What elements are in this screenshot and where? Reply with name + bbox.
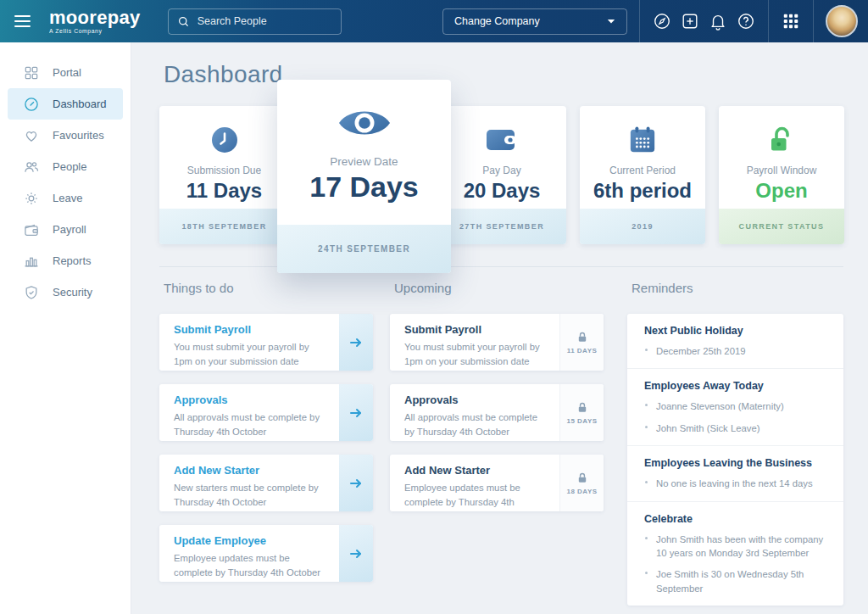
- upcoming-days-label: 18 DAYS: [566, 488, 597, 495]
- apps-grid-icon[interactable]: [781, 11, 801, 31]
- reminder-group-title: Next Public Holiday: [644, 325, 828, 337]
- stat-card-label: Preview Date: [330, 155, 398, 168]
- stat-card-preview-date[interactable]: Preview Date 17 Days 24TH SEPTEMBER: [277, 80, 451, 273]
- reminder-bullet: No one is leaving in the next 14 days: [644, 477, 828, 490]
- dashboard-gauge-icon: [23, 96, 40, 113]
- todo-item-title[interactable]: Submit Payroll: [174, 323, 327, 336]
- stat-card-value: 6th period: [593, 179, 692, 203]
- stat-card-current-period[interactable]: Current Period 6th period 2019: [580, 106, 705, 244]
- upcoming-item-desc: All approvals must be complete by Thursd…: [404, 410, 548, 439]
- sidebar: Portal Dashboard Favourites People Leave…: [0, 42, 131, 614]
- reminder-bullet: John Smith (Sick Leave): [644, 421, 828, 435]
- help-icon[interactable]: [736, 11, 756, 31]
- header-divider: [768, 0, 769, 42]
- add-icon[interactable]: [680, 11, 700, 31]
- todo-item-title[interactable]: Approvals: [174, 394, 327, 406]
- reminder-bullet: John Smith has been with the company 10 …: [644, 533, 828, 561]
- upcoming-days-label: 15 DAYS: [566, 417, 597, 425]
- bullet-dot-icon: [645, 426, 648, 428]
- brand-logo: moorepay A Zellis Company: [49, 8, 141, 35]
- upcoming-locked-strip: 11 DAYS: [559, 314, 604, 371]
- change-company-select[interactable]: Change Company: [442, 8, 627, 35]
- sidebar-item-label: Leave: [53, 192, 82, 204]
- reminder-bullet: Joanne Stevenson (Maternity): [644, 399, 828, 413]
- todo-arrow-button[interactable]: [339, 525, 373, 582]
- bullet-dot-icon: [645, 404, 648, 406]
- stat-card-footer: CURRENT STATUS: [719, 209, 844, 244]
- upcoming-item-title: Add New Starter: [404, 464, 548, 477]
- stat-card-submission-due[interactable]: Submission Due 11 Days 18TH SEPTEMBER: [159, 106, 289, 244]
- sidebar-item-label: Favourites: [53, 129, 104, 142]
- upcoming-item-add-new-starter: Add New Starter Employee updates must be…: [390, 455, 604, 511]
- change-company-label: Change Company: [454, 15, 540, 27]
- search-input[interactable]: [198, 15, 331, 27]
- sidebar-item-reports[interactable]: Reports: [8, 245, 123, 276]
- search-icon: [178, 15, 189, 28]
- arrow-right-icon: [349, 337, 363, 349]
- clock-icon: [210, 125, 239, 155]
- upcoming-item-submit-payroll: Submit Payroll You must submit your payr…: [390, 314, 604, 371]
- stat-card-pay-day[interactable]: Pay Day 20 Days 27TH SEPTEMBER: [437, 106, 566, 244]
- notifications-bell-icon[interactable]: [708, 11, 728, 31]
- todo-item-desc: You must submit your payroll by 1pm on y…: [174, 340, 327, 369]
- sidebar-item-label: People: [53, 160, 86, 173]
- todo-item-title[interactable]: Update Employee: [174, 534, 327, 547]
- sidebar-item-favourites[interactable]: Favourites: [8, 120, 123, 151]
- eye-icon: [337, 103, 392, 142]
- people-icon: [23, 159, 40, 176]
- todo-arrow-button[interactable]: [339, 314, 373, 371]
- arrow-right-icon: [349, 548, 363, 560]
- calendar-icon: [628, 125, 657, 155]
- upcoming-item-desc: Employee updates must be complete by Thu…: [404, 481, 548, 511]
- header-icon-group: [652, 11, 756, 31]
- logo-tagline: A Zellis Company: [49, 29, 141, 35]
- stat-card-footer: 2019: [580, 209, 705, 244]
- sidebar-item-label: Reports: [53, 254, 92, 267]
- logo-wordmark: moorepay: [49, 8, 141, 27]
- header-divider: [639, 0, 640, 42]
- reminders-card: Next Public Holiday December 25th 2019 E…: [627, 314, 843, 606]
- reminder-bullet: Joe Smith is 30 on Wednesday 5th Septemb…: [644, 567, 828, 595]
- shield-check-icon: [23, 284, 40, 301]
- todo-item-update-employee[interactable]: Update Employee Employee updates must be…: [159, 525, 373, 582]
- todo-item-desc: Employee updates must be complete by Thu…: [174, 551, 327, 580]
- section-divider: [159, 266, 843, 267]
- sidebar-item-dashboard[interactable]: Dashboard: [8, 88, 123, 120]
- todo-item-title[interactable]: Add New Starter: [174, 464, 327, 477]
- reminder-group-employees-leaving: Employees Leaving the Business No one is…: [627, 446, 843, 501]
- wallet-icon: [485, 125, 519, 155]
- stat-card-footer: 24TH SEPTEMBER: [277, 225, 451, 273]
- compass-icon[interactable]: [652, 11, 672, 31]
- upcoming-item-title: Approvals: [404, 394, 548, 406]
- bar-chart-icon: [23, 253, 40, 270]
- todo-item-desc: New starters must be complete by Thursda…: [174, 481, 327, 510]
- todo-arrow-button[interactable]: [339, 455, 373, 511]
- header-divider: [813, 0, 814, 42]
- todo-arrow-button[interactable]: [339, 384, 373, 441]
- arrow-right-icon: [349, 407, 363, 419]
- section-title-things-to-do: Things to do: [164, 281, 234, 295]
- user-avatar[interactable]: [826, 5, 858, 37]
- stat-card-footer: 27TH SEPTEMBER: [437, 209, 566, 244]
- sidebar-item-payroll[interactable]: Payroll: [8, 214, 123, 245]
- todo-item-submit-payroll[interactable]: Submit Payroll You must submit your payr…: [159, 314, 373, 371]
- todo-item-add-new-starter[interactable]: Add New Starter New starters must be com…: [159, 455, 373, 511]
- bullet-dot-icon: [645, 349, 648, 351]
- upcoming-days-label: 11 DAYS: [567, 347, 598, 354]
- wallet-outline-icon: [23, 221, 40, 238]
- lock-icon: [576, 472, 588, 484]
- upcoming-item-approvals: Approvals All approvals must be complete…: [390, 384, 604, 441]
- sidebar-item-people[interactable]: People: [8, 151, 123, 182]
- sidebar-item-leave[interactable]: Leave: [8, 182, 123, 214]
- top-nav: moorepay A Zellis Company Change Company: [0, 0, 868, 42]
- menu-button[interactable]: [0, 0, 44, 42]
- reminder-group-celebrate: Celebrate John Smith has been with the c…: [627, 502, 843, 606]
- sun-icon: [23, 190, 40, 207]
- stat-card-payroll-window[interactable]: Payroll Window Open CURRENT STATUS: [719, 106, 844, 244]
- bullet-dot-icon: [645, 572, 648, 574]
- sidebar-item-security[interactable]: Security: [8, 276, 123, 308]
- upcoming-item-title: Submit Payroll: [404, 323, 548, 336]
- padlock-open-icon: [769, 125, 794, 155]
- sidebar-item-portal[interactable]: Portal: [8, 57, 123, 88]
- todo-item-approvals[interactable]: Approvals All approvals must be complete…: [159, 384, 373, 441]
